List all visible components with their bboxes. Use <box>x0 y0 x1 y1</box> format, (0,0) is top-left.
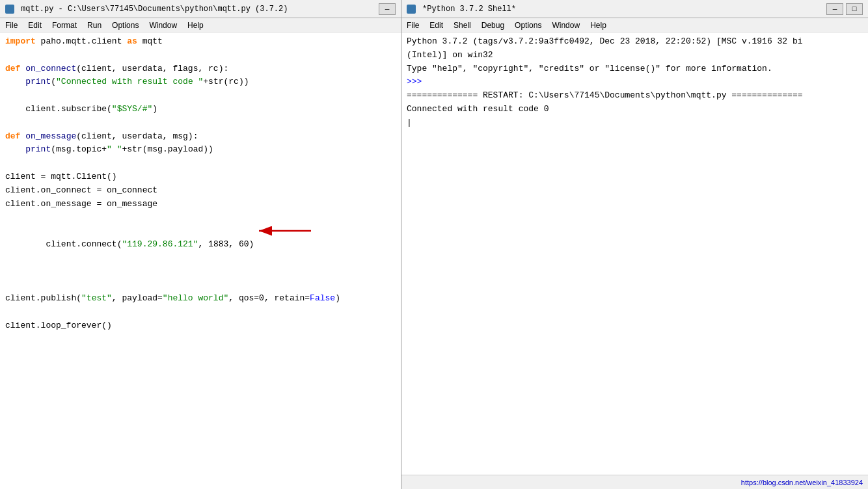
shell-menu-file[interactable]: File <box>401 20 424 31</box>
code-line-14 <box>5 211 396 224</box>
editor-controls[interactable]: — <box>379 3 396 15</box>
shell-line-1: Python 3.7.2 (tags/v3.7.2:9a3ffc0492, De… <box>407 35 863 49</box>
shell-title-left: *Python 3.7.2 Shell* <box>407 5 516 14</box>
shell-title-text: *Python 3.7.2 Shell* <box>422 5 516 14</box>
shell-menu-edit[interactable]: Edit <box>424 20 448 31</box>
code-line-6: client.subscribe("$SYS/#") <box>5 103 396 116</box>
shell-controls[interactable]: — □ <box>826 3 863 15</box>
shell-maximize-button[interactable]: □ <box>846 3 863 15</box>
shell-line-5: ============== RESTART: C:\Users\77145\D… <box>407 89 863 103</box>
code-line-18: client.loop_forever() <box>5 319 396 333</box>
shell-menu-options[interactable]: Options <box>509 20 547 31</box>
editor-titlebar: mqtt.py - C:\Users\77145\Documents\pytho… <box>0 0 401 18</box>
code-line-15: client.connect("119.29.86.121", 1883, 60… <box>5 224 396 292</box>
code-line-13: client.on_message = on_message <box>5 198 396 211</box>
editor-minimize-button[interactable]: — <box>379 3 396 15</box>
shell-line-connected: Connected with result code 0 <box>407 103 863 116</box>
code-line-11: client = mqtt.Client() <box>5 170 396 184</box>
code-line-9: print(msg.topic+" "+str(msg.payload)) <box>5 143 396 157</box>
editor-menu-edit[interactable]: Edit <box>23 20 47 31</box>
shell-line-4: >>> <box>407 75 863 89</box>
code-line-17 <box>5 306 396 319</box>
code-line-4: print("Connected with result code "+str(… <box>5 75 396 89</box>
editor-code-container: import paho.mqtt.client as mqtt def on_c… <box>0 33 401 489</box>
shell-line-3: Type "help", "copyright", "credits" or "… <box>407 62 863 76</box>
code-line-5 <box>5 89 396 103</box>
editor-menu-options[interactable]: Options <box>107 20 144 31</box>
shell-menu-debug[interactable]: Debug <box>476 20 509 31</box>
code-line-8: def on_message(client, userdata, msg): <box>5 130 396 144</box>
code-line-12: client.on_connect = on_connect <box>5 184 396 198</box>
code-line-10 <box>5 157 396 170</box>
shell-menu-help[interactable]: Help <box>585 20 612 31</box>
code-line-16: client.publish("test", payload="hello wo… <box>5 292 396 306</box>
editor-panel: mqtt.py - C:\Users\77145\Documents\pytho… <box>0 0 401 489</box>
editor-menu-format[interactable]: Format <box>47 20 82 31</box>
python-icon <box>5 5 14 14</box>
shell-menu-window[interactable]: Window <box>547 20 585 31</box>
editor-title-text: mqtt.py - C:\Users\77145\Documents\pytho… <box>21 5 288 14</box>
shell-status-url: https://blog.csdn.net/weixin_41833924 <box>741 479 863 486</box>
shell-menubar: File Edit Shell Debug Options Window Hel… <box>401 18 868 33</box>
shell-minimize-button[interactable]: — <box>826 3 843 15</box>
shell-panel: *Python 3.7.2 Shell* — □ File Edit Shell… <box>401 0 868 489</box>
shell-menu-shell[interactable]: Shell <box>448 20 476 31</box>
shell-output-area[interactable]: Python 3.7.2 (tags/v3.7.2:9a3ffc0492, De… <box>401 33 868 475</box>
editor-menu-file[interactable]: File <box>0 20 23 31</box>
shell-status-bar: https://blog.csdn.net/weixin_41833924 <box>401 475 868 489</box>
shell-cursor-line: | <box>407 116 863 130</box>
code-line-3: def on_connect(client, userdata, flags, … <box>5 62 396 76</box>
shell-python-icon <box>407 5 416 14</box>
editor-menubar: File Edit Format Run Options Window Help <box>0 18 401 33</box>
editor-menu-run[interactable]: Run <box>82 20 107 31</box>
editor-menu-window[interactable]: Window <box>144 20 182 31</box>
shell-titlebar: *Python 3.7.2 Shell* — □ <box>401 0 868 18</box>
code-line-7 <box>5 116 396 130</box>
editor-menu-help[interactable]: Help <box>182 20 209 31</box>
shell-line-2: (Intel)] on win32 <box>407 49 863 62</box>
code-line-2 <box>5 49 396 62</box>
editor-code-area[interactable]: import paho.mqtt.client as mqtt def on_c… <box>0 33 401 336</box>
code-line-1: import paho.mqtt.client as mqtt <box>5 35 396 49</box>
editor-title-left: mqtt.py - C:\Users\77145\Documents\pytho… <box>5 5 288 14</box>
